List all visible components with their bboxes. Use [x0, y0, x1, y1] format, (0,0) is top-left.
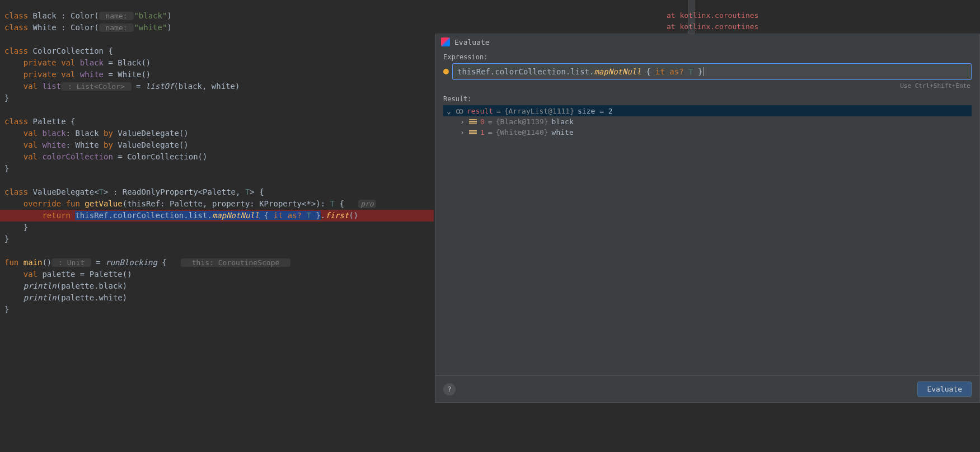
- evaluate-button[interactable]: Evaluate: [917, 382, 972, 397]
- breakpoint-indicator-icon: [443, 69, 449, 74]
- result-tree[interactable]: ⌄ ꝏ result = {ArrayList@1111} size = 2 ›…: [443, 105, 972, 375]
- object-icon: [469, 119, 477, 125]
- expression-input[interactable]: thisRef.colorCollection.list.mapNotNull …: [452, 63, 972, 80]
- breakpoint-line[interactable]: return thisRef.colorCollection.list.mapN…: [0, 210, 434, 222]
- intellij-icon: [441, 37, 450, 46]
- dialog-title-bar[interactable]: Evaluate: [435, 34, 979, 50]
- expand-arrow-icon[interactable]: ⌄: [446, 107, 452, 115]
- tree-row-item[interactable]: › 0 = {Black@1139} black: [443, 116, 972, 127]
- keyword: class: [4, 11, 33, 20]
- help-button[interactable]: ?: [443, 383, 456, 396]
- evaluate-dialog: Evaluate Expression: thisRef.colorCollec…: [435, 34, 980, 403]
- console-panel[interactable]: at kotlinx.coroutines at kotlinx.corouti…: [667, 0, 980, 32]
- collapse-arrow-icon[interactable]: ›: [459, 117, 466, 126]
- collapse-arrow-icon[interactable]: ›: [459, 128, 466, 136]
- object-icon: [469, 130, 477, 135]
- stacktrace-link[interactable]: kotlinx.coroutines: [679, 11, 758, 20]
- param-hint: name:: [99, 12, 134, 20]
- result-label: Result:: [443, 95, 972, 103]
- watch-icon: ꝏ: [456, 106, 463, 115]
- dialog-title: Evaluate: [454, 38, 490, 46]
- keyboard-hint: Use Ctrl+Shift+Ente: [443, 80, 972, 95]
- expression-label: Expression:: [443, 53, 972, 61]
- code-editor[interactable]: class Black : Color( name: "black") clas…: [0, 0, 434, 452]
- stacktrace-link[interactable]: kotlinx.coroutines: [679, 22, 758, 31]
- tree-row-item[interactable]: › 1 = {White@1140} white: [443, 127, 972, 138]
- tree-row-root[interactable]: ⌄ ꝏ result = {ArrayList@1111} size = 2: [443, 105, 972, 116]
